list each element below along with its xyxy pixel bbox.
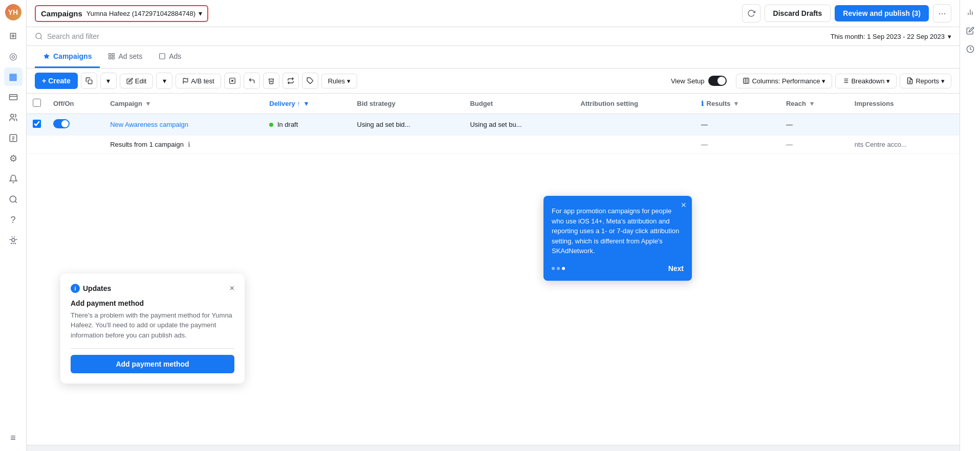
toolbar: + Create ▾ Edit ▾ A/B test: [27, 69, 960, 94]
discard-drafts-button[interactable]: Discard Drafts: [765, 5, 831, 22]
add-payment-button[interactable]: Add payment method: [71, 355, 234, 373]
edit-dropdown-button[interactable]: ▾: [156, 73, 172, 89]
reports-button[interactable]: Reports ▾: [900, 74, 951, 88]
chevron-down-icon: ▾: [886, 77, 890, 85]
sidebar-item-people[interactable]: [4, 108, 23, 127]
view-setup-label: View Setup: [671, 77, 705, 85]
summary-impressions: nts Centre acco...: [855, 141, 907, 148]
rules-button[interactable]: Rules ▾: [321, 74, 357, 88]
column-reach-filter-icon[interactable]: ▾: [810, 100, 814, 107]
campaign-link[interactable]: New Awareness campaign: [110, 121, 188, 128]
edit-button[interactable]: Edit: [120, 74, 153, 88]
sidebar-item-settings[interactable]: ⚙: [4, 149, 23, 168]
sidebar-item-reports[interactable]: [4, 129, 23, 147]
column-results-filter-icon[interactable]: ▾: [734, 100, 738, 107]
svg-point-2: [10, 114, 13, 117]
chevron-down-icon: ▾: [347, 77, 351, 85]
date-range-label: This month: 1 Sep 2023 - 22 Sep 2023: [831, 33, 945, 40]
sidebar-item-dashboard[interactable]: ⊞: [4, 27, 23, 45]
delete-icon: [268, 77, 275, 84]
sidebar-item-campaigns[interactable]: ▦: [4, 67, 23, 86]
row-checkbox-cell: [27, 114, 47, 136]
column-delivery[interactable]: Delivery ↑ ▾: [263, 94, 351, 114]
tab-ads[interactable]: Ads: [150, 46, 189, 68]
review-publish-button[interactable]: Review and publish (3): [835, 5, 929, 21]
svg-rect-24: [744, 78, 749, 84]
tab-adsets[interactable]: Ad sets: [100, 46, 150, 68]
breakdown-button[interactable]: Breakdown ▾: [835, 74, 897, 88]
summary-delivery-cell: [263, 136, 351, 154]
columns-icon: [743, 77, 750, 84]
right-history-icon[interactable]: [962, 41, 978, 57]
right-bar-chart-icon[interactable]: [962, 4, 978, 20]
horizontal-scrollbar[interactable]: [27, 445, 960, 451]
tooltip-next-button[interactable]: Next: [668, 264, 684, 273]
svg-rect-15: [109, 57, 111, 59]
column-filter-icon[interactable]: ▾: [146, 100, 150, 107]
tag-button[interactable]: [302, 73, 318, 89]
tooltip-text: For app promotion campaigns for people w…: [552, 206, 684, 256]
create-button[interactable]: + Create: [35, 73, 78, 89]
svg-rect-0: [9, 95, 17, 100]
select-all-checkbox[interactable]: [33, 99, 41, 107]
info-icon-summary[interactable]: ℹ: [188, 141, 190, 148]
row-checkbox[interactable]: [33, 120, 41, 128]
table-summary-row: Results from 1 campaign ℹ — — nts Centre…: [27, 136, 960, 154]
avatar[interactable]: YH: [5, 4, 21, 20]
sidebar-item-bug[interactable]: [4, 231, 23, 250]
view-setup-toggle[interactable]: [708, 76, 727, 86]
row-attribution-cell: [574, 114, 695, 136]
duplicate-dropdown-button[interactable]: ▾: [100, 73, 117, 89]
delivery-status-text: In draft: [277, 121, 298, 128]
tab-campaigns[interactable]: Campaigns: [35, 46, 100, 68]
info-icon-results[interactable]: ℹ: [701, 100, 704, 107]
svg-rect-17: [160, 54, 165, 59]
summary-reach: —: [786, 141, 793, 148]
account-selector[interactable]: Yumna Hafeez (1472971042884748) ▾: [86, 9, 202, 17]
summary-toggle-cell: [47, 136, 104, 154]
summary-reach-cell: —: [780, 136, 848, 154]
delete-button[interactable]: [263, 73, 279, 89]
summary-results-cell: —: [695, 136, 780, 154]
row-delivery-cell: In draft: [263, 114, 351, 136]
sidebar-item-billing[interactable]: [4, 88, 23, 106]
column-results: ℹ Results ▾: [695, 94, 780, 114]
sidebar-item-menu[interactable]: ≡: [4, 429, 23, 447]
refresh-button[interactable]: [742, 4, 760, 22]
updates-payment-title: Add payment method: [71, 299, 234, 307]
summary-results: —: [701, 141, 708, 148]
right-edit-icon[interactable]: [962, 22, 978, 39]
discard-icon-button[interactable]: [224, 73, 241, 89]
summary-campaign-cell: Results from 1 campaign ℹ: [104, 136, 263, 154]
column-filter-icon[interactable]: ▾: [304, 100, 308, 107]
chevron-down-icon: ▾: [948, 33, 951, 40]
columns-button[interactable]: Columns: Performance ▾: [736, 74, 832, 88]
campaigns-selector[interactable]: Campaigns Yumna Hafeez (1472971042884748…: [35, 5, 208, 22]
updates-panel: i Updates × Add payment method There's a…: [60, 274, 245, 384]
transfer-icon: [287, 77, 294, 84]
campaign-toggle[interactable]: [53, 119, 70, 128]
duplicate-button[interactable]: [81, 73, 97, 89]
row-bid-strategy-cell: Using ad set bid...: [351, 114, 464, 136]
search-bar: Search and filter This month: 1 Sep 2023…: [27, 27, 960, 46]
chevron-down-icon: ▾: [106, 77, 110, 85]
tooltip-close-button[interactable]: ✕: [681, 201, 687, 209]
sidebar-item-help[interactable]: ?: [4, 211, 23, 229]
ab-test-button[interactable]: A/B test: [176, 74, 221, 88]
more-options-button[interactable]: ···: [933, 4, 951, 22]
sidebar-item-insights[interactable]: ◎: [4, 47, 23, 65]
view-setup[interactable]: View Setup: [665, 73, 733, 89]
summary-bid-cell: [351, 136, 464, 154]
transfer-button[interactable]: [282, 73, 299, 89]
sidebar-item-search[interactable]: [4, 190, 23, 209]
date-filter[interactable]: This month: 1 Sep 2023 - 22 Sep 2023 ▾: [831, 33, 951, 40]
results-text: —: [701, 121, 708, 128]
undo-button[interactable]: [244, 73, 260, 89]
tag-icon: [307, 77, 314, 84]
search-input-wrap[interactable]: Search and filter: [35, 32, 826, 40]
reach-text: —: [786, 121, 793, 128]
sidebar-item-notifications[interactable]: [4, 170, 23, 188]
row-toggle-cell: [47, 114, 104, 136]
updates-close-button[interactable]: ×: [230, 284, 234, 293]
svg-rect-16: [113, 57, 115, 59]
